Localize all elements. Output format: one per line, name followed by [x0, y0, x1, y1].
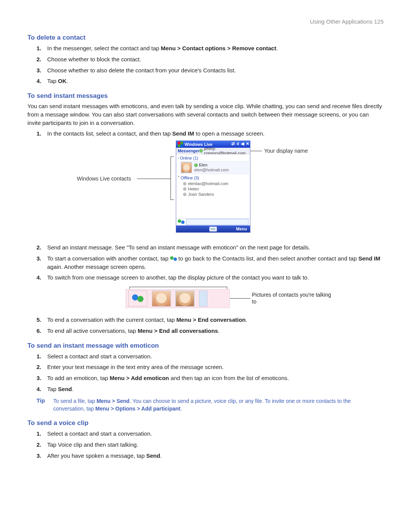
bold-text: Send	[58, 386, 72, 392]
tip-label: Tip	[37, 397, 53, 413]
keyboard-icon	[209, 227, 217, 232]
people-icon	[132, 294, 143, 304]
list-send-im-b: Send an instant message. See "To send an…	[27, 243, 384, 282]
text: .	[160, 452, 162, 459]
text: Tap	[47, 386, 58, 392]
avatar	[181, 162, 192, 173]
people-icon	[178, 219, 185, 225]
contact-email: elen@hotmail.com	[194, 168, 229, 173]
figure-contact-strip: Pictures of contacts you're talking to	[46, 284, 384, 313]
list-item: In the contacts list, select a contact, …	[47, 129, 384, 138]
window-titlebar: Windows Live ⇄ ıl ◀ ✕	[176, 141, 250, 148]
list-item: To end a conversation with the current c…	[47, 316, 384, 324]
list-item: To start a conversation with another con…	[47, 254, 384, 271]
bold-text: OK	[58, 78, 67, 84]
messenger-screenshot: Windows Live ⇄ ıl ◀ ✕ Messenger jimmy-co…	[176, 141, 250, 233]
running-head: Using Other Applications 125	[27, 18, 384, 25]
list-item: Select a contact and start a conversatio…	[47, 430, 384, 438]
list-item: To add an emoticon, tap Menu > Add emoti…	[47, 374, 384, 382]
callout-line	[137, 179, 170, 179]
person-icon	[183, 182, 186, 185]
text: In the messenger, select the contact and…	[47, 45, 161, 51]
list-send-im-a: In the contacts list, select a contact, …	[27, 129, 384, 138]
tile-people	[128, 291, 147, 307]
bold-text: Send	[146, 452, 160, 459]
text: After you have spoken a message, tap	[47, 452, 146, 459]
text: .	[276, 45, 278, 51]
contact-email: elenlao@hotmail.com	[188, 181, 228, 186]
group-offline: ˅Offline (3)	[178, 176, 249, 181]
close-icon: ✕	[246, 141, 249, 146]
window-title: Windows Live	[185, 142, 212, 147]
bold-text: Menu > Send	[97, 398, 130, 404]
bold-text: Menu > Add emoticon	[110, 375, 169, 381]
person-icon	[183, 193, 186, 196]
text: .	[72, 386, 73, 392]
list-item: To switch from one message screen to ano…	[47, 273, 384, 282]
chevron-right-icon: ›	[178, 156, 179, 160]
callout-line	[250, 151, 262, 151]
volume-icon: ◀	[241, 141, 244, 146]
callout-contacts-label: Windows Live contacts	[77, 176, 131, 182]
callout-display-name: Your display name	[264, 148, 308, 154]
tip-body: To send a file, tap Menu > Send. You can…	[53, 397, 384, 413]
messenger-subbar: Messenger jimmy-connors@hotmail.com	[176, 148, 250, 154]
text: To add an emoticon, tap	[47, 375, 110, 381]
list-item: Tap Voice clip and then start talking.	[47, 441, 384, 449]
list-item: Tap OK.	[47, 77, 384, 85]
heading-voice-clip: To send a voice clip	[27, 419, 384, 427]
contact-name: Helen	[188, 187, 199, 191]
person-icon	[183, 187, 186, 191]
text: .	[180, 406, 182, 412]
text: To end all active conversations, tap	[47, 328, 138, 334]
people-icon	[170, 256, 177, 262]
bold-text: Send IM	[172, 130, 194, 137]
text: to go back to the Contacts list, and the…	[177, 255, 358, 262]
messenger-tab: Messenger	[178, 149, 199, 153]
person-icon	[194, 163, 198, 167]
list-item: In the messenger, select the contact and…	[47, 44, 384, 53]
heading-emoticon: To send an instant message with emoticon	[27, 342, 384, 350]
contact-row: elenlao@hotmail.com	[183, 181, 249, 186]
text: .	[218, 328, 220, 334]
tile-contact	[152, 291, 171, 307]
softkey-bar: Menu	[176, 225, 250, 232]
text: .	[67, 78, 68, 84]
list-delete-contact: In the messenger, select the contact and…	[27, 44, 384, 85]
group-label: Online (1)	[180, 156, 198, 160]
text: To end a conversation with the current c…	[47, 316, 176, 323]
softkey-menu: Menu	[236, 227, 247, 231]
heading-send-im: To send instant messages	[27, 92, 384, 100]
list-item: Send an instant message. See "To send an…	[47, 243, 384, 252]
callout-line	[129, 287, 227, 287]
list-item: Tap Send.	[47, 385, 384, 393]
message-input	[186, 219, 249, 225]
text: again. Another message screen opens.	[47, 264, 146, 270]
group-online: ›Online (1)	[178, 156, 249, 160]
text: To start a conversation with another con…	[47, 255, 170, 262]
list-item: To end all active conversations, tap Men…	[47, 327, 384, 335]
contact-strip	[126, 289, 230, 308]
bold-text: Menu > End all conversations	[138, 328, 218, 334]
list-emoticon: Select a contact and start a conversatio…	[27, 352, 384, 393]
text: In the contacts list, select a contact, …	[47, 130, 172, 137]
bold-text: Menu > Options > Add participant	[96, 406, 181, 412]
list-item: After you have spoken a message, tap Sen…	[47, 452, 384, 460]
bold-text: Send IM	[358, 255, 381, 262]
callout-line	[227, 298, 250, 299]
bold-text: Menu > End conversation	[176, 316, 245, 323]
bold-text: Menu > Contact options > Remove contact	[161, 45, 276, 51]
list-send-im-c: To end a conversation with the current c…	[27, 316, 384, 335]
group-label: Offline (3)	[181, 176, 199, 180]
text: and then tap an icon from the list of em…	[169, 375, 289, 381]
tip: Tip To send a file, tap Menu > Send. You…	[27, 397, 384, 413]
contact-row: Elen elen@hotmail.com	[180, 161, 249, 174]
list-item: Enter your text message in the text entr…	[47, 363, 384, 371]
callout-bracket	[170, 157, 174, 200]
avatar	[152, 291, 170, 306]
paragraph: You can send instant messages with emoti…	[27, 102, 384, 127]
list-voice-clip: Select a contact and start a conversatio…	[27, 430, 384, 460]
list-item: Choose whether to block the contact.	[47, 55, 384, 64]
contact-name: Joan Sanders	[188, 192, 214, 197]
list-item: Choose whether to also delete the contac…	[47, 66, 384, 75]
